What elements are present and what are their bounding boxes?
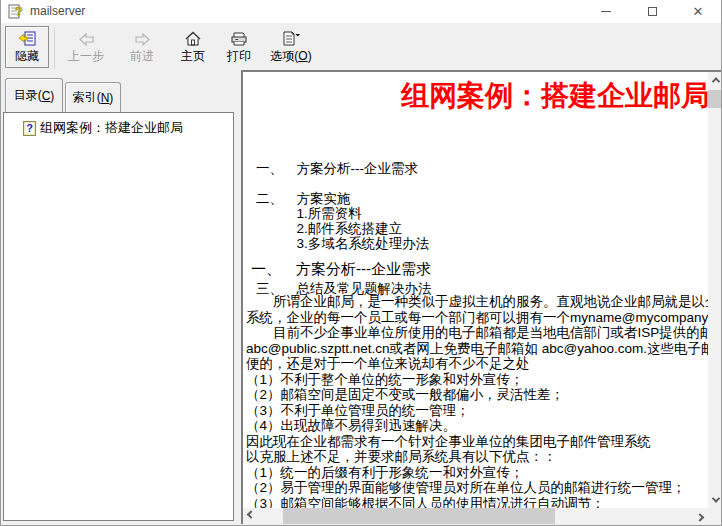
section-heading: 一、 方案分析---企业需求 bbox=[251, 260, 431, 279]
home-icon bbox=[184, 30, 202, 48]
vertical-scroll-thumb[interactable] bbox=[708, 90, 722, 108]
body-line: （3）不利于单位管理员的统一管理； bbox=[246, 403, 722, 419]
body-line: （2）邮箱空间是固定不变或一般都偏小，灵活性差； bbox=[246, 387, 722, 403]
chevron-up-icon bbox=[711, 77, 719, 85]
scroll-down-button[interactable] bbox=[708, 492, 722, 508]
body-line: 所谓企业邮局，是一种类似于虚拟主机的服务。直观地说企业邮局就是以企业 bbox=[246, 294, 722, 310]
scrollbar-corner bbox=[708, 508, 722, 524]
back-button[interactable]: 上一步 bbox=[58, 26, 114, 68]
forward-arrow-icon bbox=[134, 30, 151, 48]
topic-content: 组网案例：搭建企业邮局 一、 方案分析---企业需求二、 方案实施 1.所需资料… bbox=[243, 72, 722, 524]
minimize-button[interactable] bbox=[583, 0, 629, 23]
options-button-label: 选项(O) bbox=[270, 48, 311, 65]
pane-splitter[interactable] bbox=[234, 72, 241, 524]
help-file-icon: ? bbox=[8, 3, 24, 19]
scroll-up-button[interactable] bbox=[708, 72, 722, 88]
topic-title: 组网案例：搭建企业邮局 bbox=[401, 77, 709, 115]
back-button-label: 上一步 bbox=[68, 48, 104, 65]
contents-tree: ? 组网案例：搭建企业邮局 bbox=[3, 112, 234, 521]
body-line: （4）出现故障不易得到迅速解决。 bbox=[246, 418, 722, 434]
svg-text:?: ? bbox=[26, 122, 33, 134]
tab-contents[interactable]: 目录(C) bbox=[5, 78, 63, 112]
vertical-scrollbar[interactable] bbox=[708, 72, 722, 508]
chevron-down-icon bbox=[711, 494, 719, 502]
outline-line: 3.多域名系统处理办法 bbox=[256, 236, 432, 251]
hide-button[interactable]: 隐藏 bbox=[5, 26, 49, 68]
topic-content-pane: 组网案例：搭建企业邮局 一、 方案分析---企业需求二、 方案实施 1.所需资料… bbox=[241, 70, 722, 524]
forward-button[interactable]: 前进 bbox=[114, 26, 170, 68]
maximize-button[interactable] bbox=[629, 0, 675, 23]
minimize-icon bbox=[601, 11, 611, 12]
print-button-label: 打印 bbox=[227, 48, 251, 65]
body-line: （1）不利于整个单位的统一形象和对外宣传； bbox=[246, 372, 722, 388]
body-text: 所谓企业邮局，是一种类似于虚拟主机的服务。直观地说企业邮局就是以企业系统，企业的… bbox=[246, 294, 722, 524]
outline-line: 1.所需资料 bbox=[256, 206, 432, 221]
outline-line bbox=[256, 176, 432, 191]
print-button[interactable]: 打印 bbox=[216, 26, 262, 68]
body-line: abc@public.szptt.net.cn或者网上免费电子邮箱如 abc@y… bbox=[246, 341, 722, 357]
help-viewer-window: ? mailserver ✕ 隐藏 bbox=[0, 0, 722, 526]
horizontal-scroll-thumb[interactable] bbox=[283, 508, 555, 524]
tree-item-label: 组网案例：搭建企业邮局 bbox=[40, 119, 183, 137]
print-icon bbox=[230, 30, 248, 48]
options-button[interactable]: 选项(O) bbox=[262, 26, 320, 68]
maximize-icon bbox=[648, 7, 657, 16]
hide-panel-icon bbox=[18, 30, 36, 48]
svg-text:?: ? bbox=[15, 4, 23, 19]
hide-button-label: 隐藏 bbox=[15, 48, 39, 65]
outline-line: 二、 方案实施 bbox=[256, 191, 432, 206]
scroll-right-button[interactable] bbox=[692, 508, 708, 524]
horizontal-scrollbar[interactable] bbox=[243, 508, 708, 524]
body-line: 便的，还是对于一个单位来说却有不少不足之处 bbox=[246, 356, 722, 372]
tab-index[interactable]: 索引(N) bbox=[65, 82, 121, 112]
body-line: （1）统一的后缀有利于形象统一和对外宣传； bbox=[246, 465, 722, 481]
options-icon bbox=[281, 30, 301, 48]
toolbar-separator bbox=[54, 27, 55, 69]
forward-button-label: 前进 bbox=[130, 48, 154, 65]
body-line: 以克服上述不足，并要求邮局系统具有以下优点：： bbox=[246, 449, 722, 465]
tree-item-topic[interactable]: ? 组网案例：搭建企业邮局 bbox=[23, 119, 183, 137]
chevron-right-icon bbox=[696, 513, 704, 521]
back-arrow-icon bbox=[78, 30, 95, 48]
title-bar: ? mailserver ✕ bbox=[1, 0, 721, 23]
close-icon: ✕ bbox=[693, 5, 704, 18]
window-controls: ✕ bbox=[583, 0, 721, 23]
body-line: 目前不少企事业单位所使用的电子邮箱都是当地电信部门或者ISP提供的邮箱 bbox=[246, 325, 722, 341]
home-button[interactable]: 主页 bbox=[170, 26, 216, 68]
navigation-pane: 目录(C) 索引(N) ? 组网案例：搭建企业邮局 bbox=[1, 72, 241, 526]
body-line: 因此现在企业都需求有一个针对企事业单位的集团电子邮件管理系统 bbox=[246, 434, 722, 450]
body-line: （2）易于管理的界面能够使管理员对所在单位人员的邮箱进行统一管理； bbox=[246, 480, 722, 496]
chevron-left-icon bbox=[247, 510, 255, 518]
home-button-label: 主页 bbox=[181, 48, 205, 65]
help-topic-icon: ? bbox=[23, 121, 36, 136]
toolbar: 隐藏 上一步 前进 bbox=[1, 23, 721, 72]
outline-line: 一、 方案分析---企业需求 bbox=[256, 161, 432, 176]
outline-line: 2.邮件系统搭建立 bbox=[256, 221, 432, 236]
body-line: 系统，企业的每一个员工或每一个部门都可以拥有一个myname@mycompany… bbox=[246, 310, 722, 326]
scroll-left-button[interactable] bbox=[243, 508, 259, 524]
close-button[interactable]: ✕ bbox=[675, 0, 721, 23]
window-title: mailserver bbox=[30, 4, 85, 18]
